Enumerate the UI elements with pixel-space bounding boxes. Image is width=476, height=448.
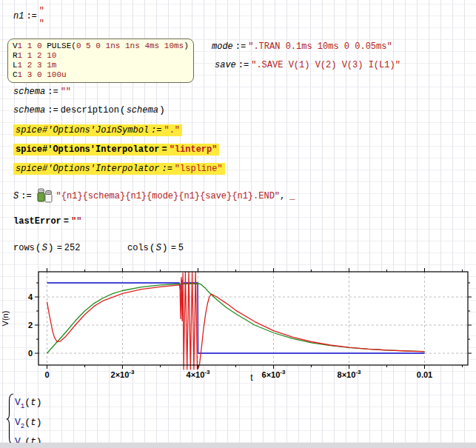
netlist-line: R1 1 2 10 [13, 51, 189, 61]
multiline-string-quotes: " " [39, 5, 44, 30]
assign-operator: := [161, 164, 172, 174]
close-paren: ) [162, 242, 168, 253]
y-tick-label: 4 [28, 292, 33, 301]
argument: S [42, 243, 47, 253]
variable-name: S [13, 191, 19, 201]
function-name: description [61, 105, 119, 116]
assign-operator: := [238, 60, 249, 70]
argument: schema [127, 105, 158, 116]
spice-netlist-region[interactable]: V1 1 0 PULSE(0 5 0 1ns 1ns 4ms 10ms)R1 1… [7, 39, 194, 83]
string-value: ".SAVE V(1) V(2) V(3) I(L1)" [251, 60, 400, 70]
spice-shakers-icon [36, 188, 53, 203]
assign-operator: := [47, 87, 58, 97]
x-tick-label: 0 [44, 370, 49, 379]
interpolator-evaluation[interactable]: spice#'Options'Interpolator="linterp" [13, 144, 219, 156]
interpolator-definition[interactable]: spice#'Options'Interpolator:="lspline" [13, 164, 225, 175]
comma: , [280, 191, 285, 201]
template-string: "{n1}{schema}{n1}{mode}{n1}{save}{n1}.EN… [56, 191, 280, 201]
string-value: "" [71, 216, 81, 227]
close-quote: " [39, 18, 44, 30]
assign-operator: := [151, 125, 161, 136]
voltage-plot[interactable]: 02×10-34×10-36×10-38×10-30.01024tV(n) [0, 267, 476, 387]
result-value: 252 [64, 243, 81, 253]
mode-definition[interactable]: mode:=".TRAN 0.1ms 10ms 0 0.05ms" [212, 41, 392, 53]
close-paren: ) [159, 104, 165, 116]
continuation-underscore: _ [289, 191, 295, 201]
x-tick-label: 2×10-3 [111, 369, 135, 379]
assign-operator: := [21, 191, 31, 201]
schema-empty-definition[interactable]: schema:="" [13, 87, 71, 98]
netlist-line: V1 1 0 PULSE(0 5 0 1ns 1ns 4ms 10ms) [13, 41, 189, 51]
netlist-line: C1 3 0 100u [13, 70, 189, 80]
string-value: "linterp" [170, 144, 218, 155]
s-definition[interactable]: S:="{n1}{schema}{n1}{mode}{n1}{save}{n1}… [13, 188, 295, 204]
assign-operator: := [26, 11, 36, 21]
last-error-evaluation[interactable]: lastError="" [13, 216, 81, 227]
option-name: spice#'Options'Interpolator [16, 164, 159, 174]
equals-operator: = [161, 144, 167, 155]
n1-definition[interactable]: n1:= " " [13, 4, 44, 30]
y-tick-label: 2 [28, 321, 33, 330]
variable-name: lastError [13, 216, 61, 227]
save-definition[interactable]: save:=".SAVE V(1) V(2) V(3) I(L1)" [215, 60, 400, 71]
string-value: ".TRAN 0.1ms 10ms 0 0.05ms" [248, 41, 392, 52]
variable-name: schema [13, 87, 45, 97]
equals-operator: = [64, 216, 69, 227]
variable-name: save [215, 60, 236, 70]
assign-operator: := [47, 105, 58, 116]
open-paren: ( [36, 242, 41, 253]
trace-item: V1(t) [15, 395, 42, 415]
function-name: cols [127, 243, 149, 253]
brace-icon [6, 393, 15, 445]
string-value: "lspline" [175, 164, 223, 174]
trace-item: V2(t) [15, 415, 42, 435]
x-tick-label: 8×10-3 [338, 369, 361, 379]
result-value: 5 [178, 243, 184, 253]
open-paren: ( [120, 104, 126, 116]
cols-evaluation[interactable]: cols(S)=5 [127, 242, 184, 254]
join-symbol-option[interactable]: spice#'Options'JoinSymbol:="." [13, 125, 182, 136]
x-axis-label: t [250, 372, 253, 383]
x-tick-label: 6×10-3 [262, 369, 286, 379]
argument: S [156, 243, 161, 253]
plot-traces-legend[interactable]: V1(t)V2(t)V3(t) [6, 393, 42, 448]
function-name: rows [13, 243, 35, 253]
y-axis-label: V(n) [1, 311, 10, 327]
variable-name: mode [212, 41, 233, 52]
worksheet-bottom-edge [0, 443, 476, 448]
x-tick-label: 4×10-3 [187, 369, 210, 379]
schema-description-definition[interactable]: schema:=description(schema) [13, 104, 166, 116]
assign-operator: := [235, 41, 246, 52]
netlist-line: L1 2 3 1m [13, 61, 189, 70]
string-value: "" [61, 87, 71, 97]
equals-operator: = [57, 243, 62, 253]
option-name: spice#'Options'Interpolator [16, 144, 159, 155]
close-paren: ) [48, 242, 54, 253]
variable-name: schema [13, 105, 45, 116]
y-tick-label: 0 [28, 349, 33, 358]
open-paren: ( [150, 242, 155, 253]
variable-name: n1 [13, 11, 24, 21]
string-value: "." [164, 125, 180, 136]
equals-operator: = [171, 243, 176, 253]
rows-evaluation[interactable]: rows(S)=252 [13, 242, 80, 254]
option-name: spice#'Options'JoinSymbol [16, 125, 149, 136]
x-tick-label: 0.01 [417, 370, 432, 379]
open-quote: " [39, 5, 44, 18]
